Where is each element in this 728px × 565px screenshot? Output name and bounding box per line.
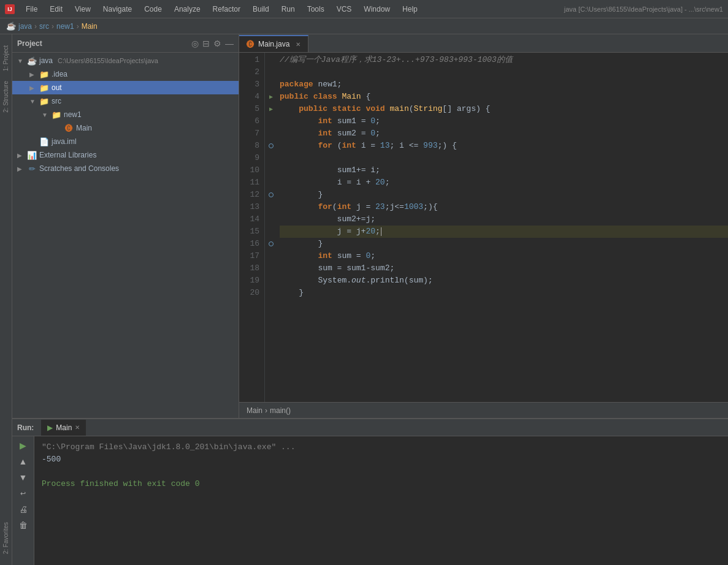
collapse-all-button[interactable]: ⊟ (202, 39, 210, 48)
menu-tools[interactable]: Tools (302, 2, 329, 16)
project-header: Project ◎ ⊟ ⚙ — (12, 34, 239, 53)
tree-java-iml[interactable]: ▶ 📄 java.iml (12, 135, 239, 148)
arrow-out: ▶ (29, 85, 37, 91)
menu-refactor[interactable]: Refactor (208, 2, 245, 16)
code-line-17: int sum = 0; (280, 250, 728, 262)
tree-idea[interactable]: ▶ 📁 .idea (12, 67, 239, 81)
breadcrumb-main[interactable]: Main (82, 22, 98, 31)
code-line-13: for(int j = 23;j<=1003;){ (280, 201, 728, 213)
tree-label-iml: java.iml (52, 137, 77, 146)
folder-idea-icon: 📁 (39, 69, 49, 79)
code-breadcrumb: Main › main() (239, 402, 728, 418)
arrow-scratches: ▶ (17, 165, 25, 172)
tab-close-button[interactable]: ✕ (296, 41, 301, 48)
menu-bar: IJ File Edit View Navigate Code Analyze … (0, 0, 728, 18)
run-again-button[interactable]: ▶ (17, 439, 30, 452)
bottom-toolbar: ▶ ▲ ▼ ↩ 🖨 🗑 (12, 436, 34, 565)
menu-window[interactable]: Window (359, 2, 395, 16)
menu-run[interactable]: Run (277, 2, 300, 16)
bottom-panel: Run: ▶ Main ✕ ▶ ▲ ▼ ↩ 🖨 🗑 (12, 418, 728, 565)
tree-external-libs[interactable]: ▶ 📊 External Libraries (12, 148, 239, 162)
menu-file[interactable]: File (21, 2, 42, 16)
menu-navigate[interactable]: Navigate (98, 2, 137, 16)
bottom-tab-close[interactable]: ✕ (75, 424, 80, 431)
tree-scratches[interactable]: ▶ ✏ Scratches and Consoles (12, 162, 239, 175)
project-title: Project (17, 39, 42, 48)
code-line-9 (280, 152, 728, 164)
tree-label-idea: .idea (52, 70, 67, 78)
tree-src[interactable]: ▼ 📁 src (12, 94, 239, 108)
code-breadcrumb-method[interactable]: main() (270, 406, 291, 415)
menu-vcs[interactable]: VCS (332, 2, 357, 16)
left-panels: 1: Project 2: Structure 2: Favorites (0, 34, 12, 565)
print-button[interactable]: 🖨 (17, 502, 30, 516)
sidebar-structure-label[interactable]: 2: Structure (1, 76, 10, 118)
code-line-4: public class Main { (280, 91, 728, 103)
tree-main-class[interactable]: ▶ 🅒 Main (12, 121, 239, 135)
breadcrumb: ☕ java › src › new1 › Main (0, 18, 728, 34)
tree-label-new1: new1 (64, 110, 82, 119)
locate-file-button[interactable]: ◎ (191, 39, 199, 48)
tree-label-out: out (52, 83, 62, 92)
folder-new1-icon: 📁 (52, 110, 61, 119)
code-line-3: package new1; (280, 78, 728, 91)
code-line-19: System.out.println(sum); (280, 275, 728, 287)
code-line-2 (280, 66, 728, 78)
menu-edit[interactable]: Edit (45, 2, 67, 16)
wrap-output-button[interactable]: ↩ (17, 487, 30, 500)
arrow-java: ▼ (17, 58, 25, 64)
cursor (381, 227, 381, 236)
console-line-1: "C:\Program Files\Java\jdk1.8.0_201\bin\… (42, 441, 721, 453)
bottom-tab-main[interactable]: ▶ Main ✕ (41, 420, 86, 436)
tree-new1[interactable]: ▼ 📁 new1 (12, 108, 239, 121)
code-line-15: j = j+20; (280, 226, 728, 238)
arrow-src: ▼ (29, 98, 37, 105)
tree-label-java: java (39, 56, 53, 65)
menu-code[interactable]: Code (139, 2, 167, 16)
arrow-extlib: ▶ (17, 152, 25, 159)
tree-path-java: C:\Users\86155\IdeaProjects\java (58, 57, 158, 64)
console-line-2: -500 (42, 453, 721, 466)
iml-icon: 📄 (39, 137, 49, 146)
arrow-new1: ▼ (42, 112, 49, 118)
menu-view[interactable]: View (70, 2, 96, 16)
main-area: 1: Project 2: Structure 2: Favorites Pro… (0, 34, 728, 565)
delete-button[interactable]: 🗑 (17, 518, 30, 532)
scroll-down-button[interactable]: ▼ (17, 471, 30, 484)
bottom-tab-bar: Run: ▶ Main ✕ (12, 419, 728, 436)
breadcrumb-src[interactable]: src (39, 22, 49, 31)
project-icon: ☕ (6, 21, 16, 31)
editor-tab-main[interactable]: 🅒 Main.java ✕ (239, 35, 308, 52)
breakpoint-8[interactable] (269, 143, 274, 148)
code-line-20: } (280, 287, 728, 299)
close-panel-button[interactable]: — (225, 39, 234, 48)
app-icon: IJ (5, 4, 15, 14)
tree-root-java[interactable]: ▼ ☕ java C:\Users\86155\IdeaProjects\jav… (12, 54, 239, 67)
menu-help[interactable]: Help (397, 2, 423, 16)
tree-out[interactable]: ▶ 📁 out (12, 81, 239, 94)
scroll-up-button[interactable]: ▲ (17, 455, 30, 468)
folder-src-icon: 📁 (39, 96, 49, 106)
arrow-idea: ▶ (29, 71, 37, 78)
code-line-16: } (280, 238, 728, 250)
menu-build[interactable]: Build (248, 2, 274, 16)
sidebar-favorites-label[interactable]: 2: Favorites (1, 517, 10, 559)
menu-analyze[interactable]: Analyze (169, 2, 205, 16)
tree-label-src: src (52, 97, 61, 105)
run-gutter-5[interactable]: ▶ (269, 105, 273, 113)
sidebar-project-label[interactable]: 1: Project (1, 40, 10, 76)
code-line-1: //编写一个Java程序，求13-23+...+973-983+993-1003… (280, 54, 728, 66)
breakpoint-16[interactable] (269, 241, 274, 246)
tab-java-icon: 🅒 (247, 40, 255, 49)
window-title: java [C:\Users\86155\IdeaProjects\java] … (564, 6, 723, 13)
code-line-12: } (280, 189, 728, 201)
breakpoint-12[interactable] (269, 192, 274, 197)
code-breadcrumb-class[interactable]: Main (247, 406, 262, 415)
breadcrumb-java[interactable]: java (18, 22, 32, 31)
code-line-8: for (int i = 13; i <= 993;) { (280, 140, 728, 152)
code-line-5: public static void main(String[] args) { (280, 103, 728, 115)
run-gutter-4[interactable]: ▶ (269, 93, 273, 100)
settings-button[interactable]: ⚙ (213, 39, 221, 48)
tree-label-scratches: Scratches and Consoles (39, 164, 119, 173)
breadcrumb-new1[interactable]: new1 (56, 22, 74, 31)
